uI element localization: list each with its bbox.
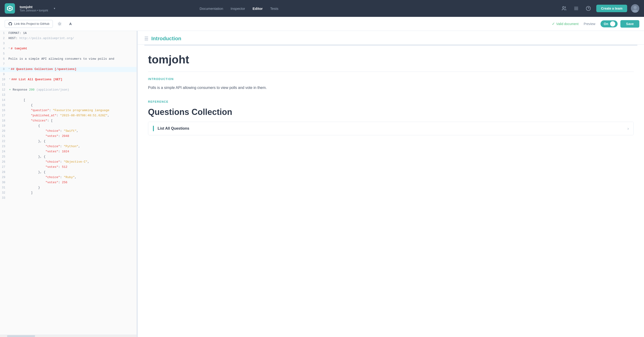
svg-line-15 (61, 25, 61, 25)
code-line-13: 13 (0, 93, 136, 98)
code-line-24: 24 "votes": 1024 (0, 149, 136, 154)
code-line-9: 9 (0, 72, 136, 77)
help-icon[interactable] (584, 4, 592, 13)
preview-section-title: Introduction (151, 36, 181, 42)
code-line-25: 25 }, { (0, 154, 136, 160)
valid-check-icon: ✓ (552, 22, 555, 26)
reference-label: REFERENCE (148, 100, 634, 103)
endpoint-name: List All Questions (158, 126, 628, 131)
code-line-31: 31 } (0, 185, 136, 190)
user-avatar[interactable] (631, 4, 639, 13)
svg-line-14 (58, 23, 58, 23)
svg-point-11 (59, 23, 61, 25)
valid-label: Valid document (556, 22, 578, 26)
code-line-7: 7 (0, 62, 136, 67)
nav-links: Documentation Inspector Editor Tests (197, 5, 281, 12)
code-line-3: 3 (0, 41, 136, 46)
code-line-32: 32 ] (0, 190, 136, 196)
project-sub: Tom Johnson • tomjoht (20, 9, 48, 12)
code-line-21: 21 "votes": 2048 (0, 134, 136, 139)
svg-point-10 (632, 10, 638, 13)
code-line-5: 5 (0, 52, 136, 57)
svg-point-3 (562, 7, 564, 8)
code-line-26: 26 "choice": "Objective-C", (0, 160, 136, 165)
intro-text: Polls is a simple API allowing consumers… (148, 85, 634, 91)
preview-body: tomjoht INTRODUCTION Polls is a simple A… (138, 46, 644, 143)
code-line-28: 28 }, { (0, 170, 136, 175)
api-title: tomjoht (148, 53, 634, 72)
toolbar: Link this Project to GitHub A ✓ Valid do… (0, 17, 644, 31)
editor-horizontal-scrollbar[interactable] (0, 335, 136, 337)
create-team-button[interactable]: Create a team (596, 5, 627, 12)
code-line-10: 10 ▾ ### List All Questions [GET] (0, 77, 136, 82)
code-line-20: 20 "choice": "Swift", (0, 129, 136, 134)
code-line-11: 11 (0, 82, 136, 88)
app-logo[interactable] (5, 3, 15, 14)
code-line-29: 29 "choice": "Ruby", (0, 175, 136, 180)
theme-icon[interactable] (56, 20, 64, 28)
nav-icons: Create a team (560, 4, 639, 13)
code-line-14: 14 [ (0, 98, 136, 103)
main-content: 1 FORMAT: 1A 2 HOST: http://polls.apiblu… (0, 31, 644, 337)
scrollbar-thumb (7, 335, 35, 337)
code-line-17: 17 "published_at": "2015-08-05T08:40:51.… (0, 113, 136, 118)
code-line-22: 22 }, { (0, 139, 136, 144)
top-nav: tomjoht Tom Johnson • tomjoht ▾ Document… (0, 0, 644, 17)
code-line-16: 16 "question": "Favourite programming la… (0, 108, 136, 113)
fold-icon-8[interactable]: ▾ (8, 67, 10, 71)
code-line-12: 12 + Response 200 (application/json) (0, 88, 136, 93)
code-line-6: 6 Polls is a simple API allowing consume… (0, 57, 136, 62)
fold-icon-4[interactable]: ▾ (8, 46, 10, 50)
endpoint-chevron-icon: › (628, 126, 629, 131)
code-line-2: 2 HOST: http://polls.apiblueprint.org/ (0, 36, 136, 41)
code-line-27: 27 "votes": 512 (0, 165, 136, 170)
code-line-8: 8 ▾ ## Questions Collection [/questions] (0, 67, 136, 72)
preview-header: ☰ Introduction (138, 31, 644, 45)
font-size-button[interactable]: A (66, 20, 74, 28)
nav-inspector[interactable]: Inspector (228, 5, 248, 12)
github-label: Link this Project to GitHub (14, 22, 49, 26)
github-link-button[interactable]: Link this Project to GitHub (5, 20, 53, 28)
project-name: tomjoht (20, 5, 48, 9)
code-line-4: 4 ▾ # tomjoht (0, 46, 136, 52)
project-dropdown-icon[interactable]: ▾ (54, 7, 55, 10)
preview-panel: ☰ Introduction tomjoht INTRODUCTION Poll… (138, 31, 644, 337)
code-line-23: 23 "choice": "Python", (0, 144, 136, 149)
svg-point-9 (634, 6, 637, 9)
code-line-19: 19 { (0, 124, 136, 129)
save-button[interactable]: Save (620, 20, 639, 28)
preview-button[interactable]: Preview (581, 21, 598, 27)
nav-tests[interactable]: Tests (267, 5, 281, 12)
code-line-15: 15 { (0, 103, 136, 108)
svg-line-19 (61, 23, 61, 23)
on-toggle[interactable]: On (600, 20, 618, 27)
code-line-1: 1 FORMAT: 1A (0, 31, 136, 36)
nav-editor[interactable]: Editor (250, 5, 266, 12)
menu-icon[interactable] (572, 4, 580, 13)
code-editor[interactable]: 1 FORMAT: 1A 2 HOST: http://polls.apiblu… (0, 31, 136, 335)
team-icon[interactable] (560, 4, 568, 13)
nav-project-info: tomjoht Tom Johnson • tomjoht (20, 5, 48, 12)
nav-documentation[interactable]: Documentation (197, 5, 226, 12)
valid-document-status: ✓ Valid document (552, 22, 578, 26)
code-line-30: 30 "votes": 256 (0, 180, 136, 185)
endpoint-bar (153, 126, 154, 131)
preview-endpoint: List All Questions › (148, 122, 634, 135)
svg-line-18 (58, 25, 58, 25)
toggle-knob (610, 21, 615, 27)
code-line-18: 18 "choices": [ (0, 118, 136, 124)
collection-title: Questions Collection (148, 107, 634, 117)
intro-label: INTRODUCTION (148, 78, 634, 81)
editor-panel: 1 FORMAT: 1A 2 HOST: http://polls.apiblu… (0, 31, 137, 337)
fold-icon-10[interactable]: ▾ (9, 77, 10, 81)
preview-header-icon: ☰ (144, 36, 148, 42)
endpoint-header[interactable]: List All Questions › (148, 122, 634, 135)
toggle-label: On (604, 22, 608, 26)
code-line-33: 33 (0, 196, 136, 201)
